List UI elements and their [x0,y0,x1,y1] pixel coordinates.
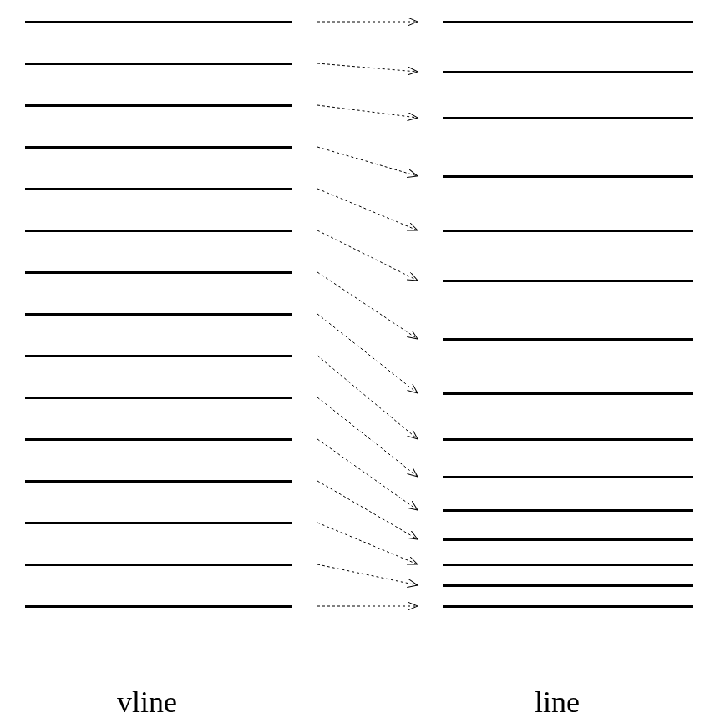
vline-item [25,438,292,441]
vline-item [25,230,292,232]
line-item [443,392,693,395]
line-label: line [535,685,580,720]
mapping-arrow [317,189,418,230]
line-item [443,230,693,232]
line-item [443,21,693,23]
mapping-arrow [317,397,418,477]
vline-item [25,104,292,107]
vline-item [25,146,292,149]
vline-item [25,397,292,399]
vline-item [25,188,292,190]
line-item [443,438,693,441]
mapping-arrow [317,105,418,118]
line-item [443,117,693,119]
line-item [443,564,693,566]
line-item [443,280,693,282]
line-item [443,71,693,73]
mapping-arrow [317,356,418,439]
mapping-arrow [317,147,418,176]
line-item [443,175,693,178]
line-item [443,338,693,341]
mapping-arrow [317,439,418,510]
vline-item [25,480,292,483]
vline-item [25,21,292,23]
mapping-arrow [317,481,418,539]
line-item [443,538,693,541]
line-item [443,476,693,478]
vline-item [25,605,292,608]
mapping-arrow [317,314,418,393]
mapping-arrow [317,230,418,281]
mapping-diagram: vline line [0,0,715,728]
mapping-arrow [317,272,418,339]
line-item [443,584,693,587]
arrow-layer [0,0,715,728]
vline-item [25,564,292,566]
vline-item [25,355,292,357]
line-item [443,509,693,512]
vline-item [25,522,292,524]
mapping-arrow [317,523,418,564]
vline-item [25,271,292,274]
mapping-arrow [317,63,418,72]
vline-item [25,313,292,316]
vline-item [25,63,292,65]
mapping-arrow [317,564,418,585]
line-item [443,605,693,608]
vline-label: vline [117,685,177,720]
